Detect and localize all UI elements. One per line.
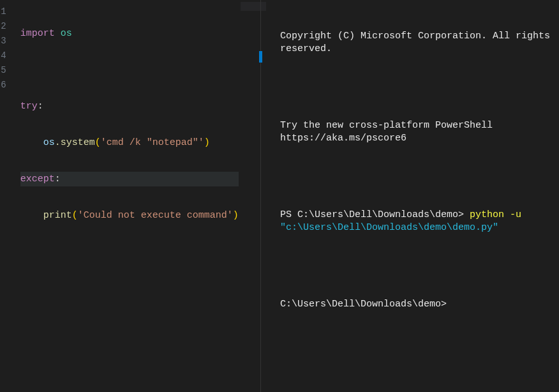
- line-number: 2: [0, 19, 11, 34]
- terminal-line: PS C:\Users\Dell\Downloads\demo> python …: [280, 209, 559, 234]
- code-editor[interactable]: import os try: os.system('cmd /k "notepa…: [11, 0, 239, 392]
- line-number-gutter: 1 2 3 4 5 6: [0, 0, 11, 392]
- line-number: 1: [0, 4, 11, 19]
- terminal-argument: "c:\Users\Dell\Downloads\demo\demo.py": [280, 222, 498, 233]
- line-number: 5: [0, 63, 11, 78]
- pane-splitter[interactable]: [260, 0, 261, 392]
- editor-pane: 1 2 3 4 5 6 import os try: os.system('cm…: [0, 0, 260, 392]
- minimap[interactable]: [239, 0, 260, 392]
- terminal-blank: [280, 81, 559, 94]
- line-number: 4: [0, 49, 11, 63]
- terminal-pane[interactable]: Copyright (C) Microsoft Corporation. All…: [261, 0, 559, 392]
- terminal-prompt: C:\Users\Dell\Downloads\demo>: [280, 298, 559, 311]
- terminal-line: Try the new cross-platform PowerShell ht…: [280, 119, 559, 145]
- code-line: except:: [20, 172, 239, 186]
- terminal-line: Copyright (C) Microsoft Corporation. All…: [280, 30, 559, 56]
- code-line: os.system('cmd /k "notepad"'): [20, 135, 239, 150]
- line-number: 6: [0, 78, 11, 93]
- terminal-blank: [280, 260, 559, 273]
- terminal-command: python -u: [470, 209, 521, 220]
- line-number: 3: [0, 34, 11, 49]
- splitter-indicator: [259, 51, 262, 63]
- code-line: print('Could not execute command'): [20, 208, 239, 223]
- terminal-blank: [280, 170, 559, 183]
- code-line: [20, 63, 239, 77]
- terminal-prompt: PS C:\Users\Dell\Downloads\demo>: [280, 209, 470, 220]
- code-line: import os: [20, 26, 239, 41]
- minimap-viewport[interactable]: [241, 2, 266, 11]
- code-line: try:: [20, 99, 239, 114]
